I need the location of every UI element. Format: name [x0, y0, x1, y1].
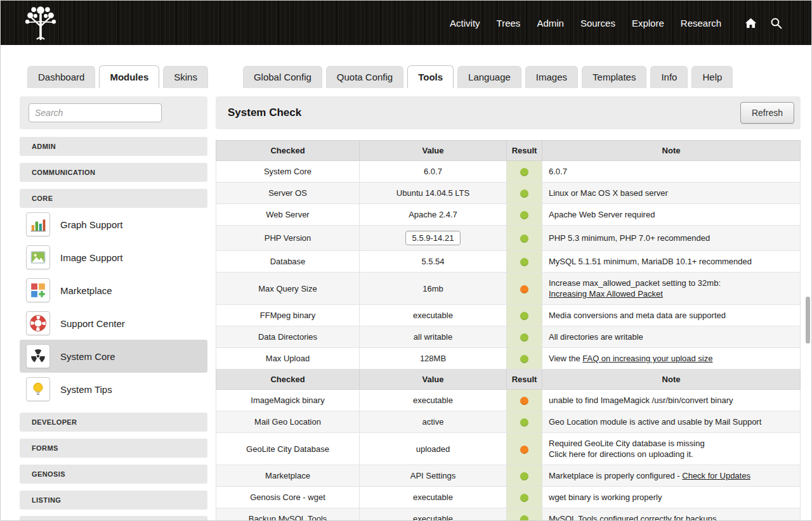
- table-row-php-version: PHP Version5.5.9-14.21PHP 5.3 minimum, P…: [216, 226, 801, 251]
- status-dot-orange: [520, 446, 528, 454]
- tab-dashboard[interactable]: Dashboard: [27, 66, 95, 88]
- tab-global-config[interactable]: Global Config: [243, 66, 322, 88]
- result-cell: [507, 433, 542, 465]
- tab-skins[interactable]: Skins: [163, 66, 208, 88]
- note-cell: Required GeoLite City database is missin…: [542, 433, 801, 465]
- column-header-result: Result: [507, 141, 542, 161]
- tab-modules[interactable]: Modules: [99, 65, 159, 88]
- result-cell: [507, 508, 542, 521]
- status-dot-green: [520, 333, 528, 342]
- checked-cell: System Core: [216, 161, 360, 183]
- sidebar-section-admin[interactable]: ADMIN: [20, 137, 207, 156]
- value-cell: Apache 2.4.7: [360, 204, 507, 226]
- topnav-link-research[interactable]: Research: [681, 18, 721, 29]
- checked-cell: Genosis Core - wget: [216, 487, 360, 508]
- topnav-link-activity[interactable]: Activity: [450, 18, 480, 29]
- sidebar-section-core[interactable]: CORE: [20, 189, 207, 208]
- note-link[interactable]: FAQ on increasing your upload size: [582, 354, 712, 363]
- topnav-link-explore[interactable]: Explore: [632, 18, 664, 29]
- sidebar-item-label: System Core: [60, 351, 115, 362]
- tab-images[interactable]: Images: [525, 66, 578, 88]
- table-row-server-os: Server OSUbuntu 14.04.5 LTSLinux or Mac …: [216, 183, 801, 204]
- checked-cell: PHP Version: [216, 226, 360, 251]
- note-cell: MySQL 5.1.51 minimum, MariaDB 10.1+ reco…: [542, 251, 801, 273]
- sidebar-section-developer[interactable]: DEVELOPER: [20, 413, 207, 432]
- sidebar-item-system-core[interactable]: System Core: [20, 340, 207, 373]
- result-cell: [507, 161, 542, 183]
- note-text: Media conversions and meta data are supp…: [549, 311, 726, 320]
- sidebar-item-graph-support[interactable]: Graph Support: [20, 208, 207, 241]
- bar-chart-icon: [26, 212, 50, 236]
- value-cell: uploaded: [360, 433, 507, 465]
- sidebar-section-listing[interactable]: LISTING: [20, 491, 207, 510]
- sidebar-item-image-support[interactable]: Image Support: [20, 241, 207, 274]
- note-text: Marketplace is properly configured -: [549, 471, 682, 480]
- tab-info[interactable]: Info: [650, 66, 688, 88]
- note-cell: wget binary is working properly: [542, 487, 801, 508]
- topnav-link-sources[interactable]: Sources: [580, 18, 615, 29]
- note-link[interactable]: Check for Updates: [682, 471, 750, 480]
- sidebar-section-genosis[interactable]: GENOSIS: [20, 465, 207, 484]
- status-dot-green: [520, 211, 528, 219]
- checked-cell: Max Upload: [216, 348, 360, 370]
- sidebar-section-communication[interactable]: COMMUNICATION: [20, 163, 207, 182]
- refresh-button[interactable]: Refresh: [740, 102, 794, 124]
- sidebar-item-marketplace[interactable]: Marketplace: [20, 274, 207, 307]
- sidebar-item-support-center[interactable]: Support Center: [20, 307, 207, 340]
- system-check-table: CheckedValueResultNoteSystem Core6.0.76.…: [216, 140, 801, 521]
- topnav-link-trees[interactable]: Trees: [497, 18, 521, 29]
- value-cell: 5.5.9-14.21: [360, 226, 507, 251]
- tab-templates[interactable]: Templates: [582, 66, 646, 88]
- status-dot-green: [520, 235, 528, 243]
- table-row-imagemagick-binary: ImageMagick binaryexecutableunable to fi…: [216, 390, 801, 411]
- note-text: 6.0.7: [549, 167, 567, 176]
- search-icon[interactable]: [769, 16, 783, 30]
- sidebar-section-partial[interactable]: [20, 516, 207, 521]
- result-cell: [507, 305, 542, 326]
- checked-cell: Marketplace: [216, 465, 360, 487]
- table-row-system-core: System Core6.0.76.0.7: [216, 161, 801, 183]
- home-icon[interactable]: [744, 16, 757, 30]
- site-logo tree-logo-icon[interactable]: [22, 3, 59, 42]
- main-header: System Check Refresh: [216, 96, 801, 129]
- column-header-note: Note: [542, 370, 801, 390]
- topbar: ActivityTreesAdminSourcesExploreResearch: [1, 1, 811, 45]
- page-title: System Check: [228, 106, 301, 119]
- module-tab-group: DashboardModulesSkins: [27, 65, 212, 88]
- value-cell: 6.0.7: [360, 161, 507, 183]
- sidebar-section-forms[interactable]: FORMS: [20, 439, 207, 458]
- value-cell: active: [360, 411, 507, 433]
- note-link[interactable]: Increasing Max Allowed Packet: [549, 289, 663, 299]
- note-cell: View the FAQ on increasing your upload s…: [542, 348, 801, 370]
- tab-tools[interactable]: Tools: [407, 65, 454, 88]
- scrollbar-thumb[interactable]: [806, 297, 810, 344]
- note-text: Required GeoLite City database is missin…: [549, 439, 705, 448]
- table-row-database: Database5.5.54MySQL 5.1.51 minimum, Mari…: [216, 251, 801, 273]
- table-row-backup-mysql-tools: Backup MySQL ToolsexecutableMySQL Tools …: [216, 508, 801, 521]
- checked-cell: ImageMagick binary: [216, 390, 360, 411]
- tab-language[interactable]: Language: [457, 66, 521, 88]
- column-header-result: Result: [507, 370, 542, 390]
- table-header-row: CheckedValueResultNote: [216, 370, 801, 390]
- topnav-link-admin[interactable]: Admin: [537, 18, 564, 29]
- status-dot-green: [520, 190, 528, 198]
- marketplace-icon: [26, 278, 50, 302]
- note-text: Linux or Mac OS X based server: [549, 188, 668, 198]
- value-cell: executable: [360, 487, 507, 508]
- search-input[interactable]: [29, 103, 162, 122]
- table-row-genosis-core-wget: Genosis Core - wgetexecutablewget binary…: [216, 487, 801, 508]
- tab-quota-config[interactable]: Quota Config: [326, 66, 403, 88]
- result-cell: [507, 465, 542, 487]
- result-cell: [507, 326, 542, 348]
- checked-cell: FFMpeg binary: [216, 305, 360, 326]
- value-cell: 16mb: [360, 273, 507, 305]
- sidebar-item-label: Graph Support: [60, 219, 122, 230]
- column-header-value: Value: [360, 370, 507, 390]
- checked-cell: Mail Geo Location: [216, 411, 360, 433]
- status-dot-orange: [520, 397, 528, 405]
- tab-help[interactable]: Help: [691, 66, 733, 88]
- sidebar-item-system-tips[interactable]: System Tips: [20, 373, 207, 406]
- result-cell: [507, 273, 542, 305]
- checked-cell: Max Query Size: [216, 273, 360, 305]
- result-cell: [507, 183, 542, 204]
